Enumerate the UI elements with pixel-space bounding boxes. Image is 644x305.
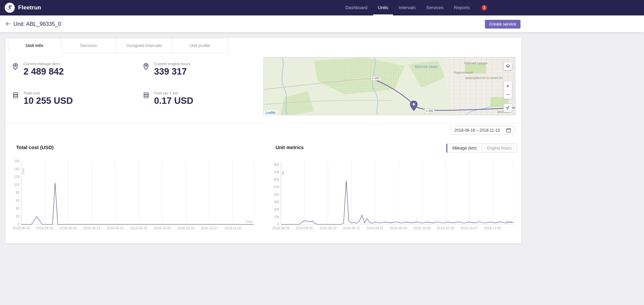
stat-total-cost: Total cost 10 255 USD: [12, 91, 73, 106]
svg-text:2018-10-09: 2018-10-09: [154, 226, 171, 230]
total-cost-chart-title: Total cost (USD): [16, 145, 54, 150]
tab-services[interactable]: Services: [60, 38, 116, 53]
notification-badge[interactable]: 3: [482, 5, 487, 10]
map-layers-button[interactable]: [503, 62, 512, 71]
total-cost-chart: 2018-08-162018-08-252018-09-032018-09-12…: [12, 158, 255, 233]
svg-text:60: 60: [16, 199, 20, 203]
coins-icon: [142, 91, 150, 106]
svg-text:50k: 50k: [274, 185, 280, 189]
svg-text:2018-09-30: 2018-09-30: [130, 226, 148, 230]
date-range-picker[interactable]: 2018-08-16 – 2018-11-13: [451, 126, 514, 135]
stat-label: Current engine hours: [154, 61, 190, 66]
toggle-engine-hours[interactable]: Engine hours: [482, 144, 517, 152]
map-attribution-link[interactable]: Leaflet: [264, 111, 277, 115]
section-divider: [5, 123, 521, 124]
svg-text:2018-10-18: 2018-10-18: [437, 226, 454, 230]
map-tiles: [264, 57, 515, 115]
svg-text:70k: 70k: [274, 170, 280, 174]
svg-text:2018-08-25: 2018-08-25: [296, 226, 313, 230]
svg-text:2018-10-27: 2018-10-27: [201, 226, 218, 230]
svg-text:30k: 30k: [274, 200, 280, 204]
svg-text:2018-09-03: 2018-09-03: [60, 226, 77, 230]
svg-text:2018-10-09: 2018-10-09: [413, 226, 431, 230]
svg-text:2018-10-27: 2018-10-27: [460, 226, 478, 230]
nav-item-dashboard[interactable]: Dashboard: [341, 0, 372, 15]
svg-text:100: 100: [14, 183, 19, 187]
map-zoom-control: + −: [503, 81, 512, 99]
unit-location-map[interactable]: Красное озеро Рабочий городок Подосельны…: [263, 57, 515, 115]
coins-icon: [12, 91, 20, 106]
map-locate-button[interactable]: [503, 103, 512, 112]
svg-text:2018-11-05: 2018-11-05: [224, 226, 241, 230]
svg-text:2018-09-12: 2018-09-12: [83, 226, 101, 230]
svg-text:10k: 10k: [274, 215, 280, 219]
zoom-in-button[interactable]: +: [504, 81, 512, 90]
unit-metrics-chart: 2018-08-162018-08-252018-09-032018-09-12…: [272, 158, 515, 233]
fleetrun-logo-icon: [5, 3, 15, 13]
road-badge: А-260: [424, 109, 435, 113]
stat-value: 0.17 USD: [154, 95, 193, 106]
svg-text:km: km: [281, 171, 285, 175]
svg-text:Time: Time: [245, 220, 252, 223]
location-pin-icon: [12, 61, 20, 77]
svg-text:2018-10-18: 2018-10-18: [177, 226, 195, 230]
unit-info-card: Unit info Services Assigned intervals Un…: [5, 38, 521, 244]
tab-unit-profile[interactable]: Unit profile: [172, 38, 228, 53]
svg-text:120: 120: [14, 175, 19, 179]
svg-text:2018-09-03: 2018-09-03: [319, 226, 337, 230]
nav-item-services[interactable]: Services: [422, 0, 448, 15]
road-badge: А-260: [370, 76, 381, 81]
zoom-out-button[interactable]: −: [504, 90, 512, 99]
page-title: Unit: ABL_96335_0: [13, 15, 61, 32]
svg-text:40k: 40k: [274, 193, 280, 197]
svg-text:0: 0: [277, 222, 279, 226]
calendar-icon: [506, 128, 511, 133]
nav-item-units[interactable]: Units: [373, 0, 393, 15]
tab-unit-info[interactable]: Unit info: [8, 38, 61, 53]
brand-name: Fleetrun: [18, 4, 41, 11]
date-range-value: 2018-08-16 – 2018-11-13: [454, 128, 506, 133]
svg-text:0: 0: [17, 222, 19, 226]
stat-value: 2 489 842: [23, 66, 64, 77]
unit-metrics-toggle: Mileage (km) Engine hours: [446, 143, 517, 153]
svg-text:2018-09-21: 2018-09-21: [366, 226, 384, 230]
stat-value: 10 255 USD: [23, 95, 73, 106]
nav-item-reports[interactable]: Reports: [449, 0, 475, 15]
svg-text:20k: 20k: [274, 208, 280, 211]
svg-text:80k: 80k: [274, 163, 280, 167]
unit-header: Unit: ABL_96335_0 Create service: [0, 15, 644, 32]
svg-text:2018-08-25: 2018-08-25: [36, 226, 54, 230]
locate-arrow-icon: [505, 105, 510, 110]
svg-text:160: 160: [14, 159, 19, 163]
tab-assigned-intervals[interactable]: Assigned intervals: [116, 38, 172, 53]
svg-text:140: 140: [14, 167, 19, 171]
stat-current-engine-hours: Current engine hours 339 317: [142, 61, 190, 77]
toggle-mileage[interactable]: Mileage (km): [447, 144, 482, 152]
svg-text:20: 20: [16, 215, 20, 218]
back-button[interactable]: [5, 21, 11, 28]
unit-metrics-chart-title: Unit metrics: [276, 145, 304, 150]
svg-text:2018-09-21: 2018-09-21: [107, 226, 124, 230]
unit-tabs: Unit info Services Assigned intervals Un…: [8, 38, 228, 53]
stat-value: 339 317: [154, 66, 190, 77]
svg-text:80: 80: [16, 191, 20, 194]
svg-text:2018-09-30: 2018-09-30: [390, 226, 407, 230]
stat-label: Cost per 1 km: [154, 91, 193, 95]
stat-label: Total cost: [23, 91, 73, 95]
svg-text:Cost: Cost: [21, 168, 25, 175]
svg-text:60k: 60k: [274, 178, 280, 181]
engine-hours-icon: [142, 61, 150, 77]
svg-text:40: 40: [16, 207, 20, 210]
arrow-left-icon: [5, 21, 11, 27]
svg-text:2018-08-16: 2018-08-16: [272, 226, 290, 230]
layers-icon: [505, 64, 510, 69]
nav-item-intervals[interactable]: Intervals: [394, 0, 420, 15]
stat-current-mileage: Current mileage (km) 2 489 842: [12, 61, 64, 77]
svg-text:2018-08-16: 2018-08-16: [12, 226, 30, 230]
create-service-button[interactable]: Create service: [485, 20, 521, 29]
brand[interactable]: Fleetrun: [5, 0, 41, 15]
svg-text:2018-11-05: 2018-11-05: [484, 226, 501, 230]
svg-text:2018-09-12: 2018-09-12: [343, 226, 360, 230]
stat-label: Current mileage (km): [23, 61, 64, 66]
main-navbar: Fleetrun Dashboard Units Intervals Servi…: [0, 0, 644, 15]
